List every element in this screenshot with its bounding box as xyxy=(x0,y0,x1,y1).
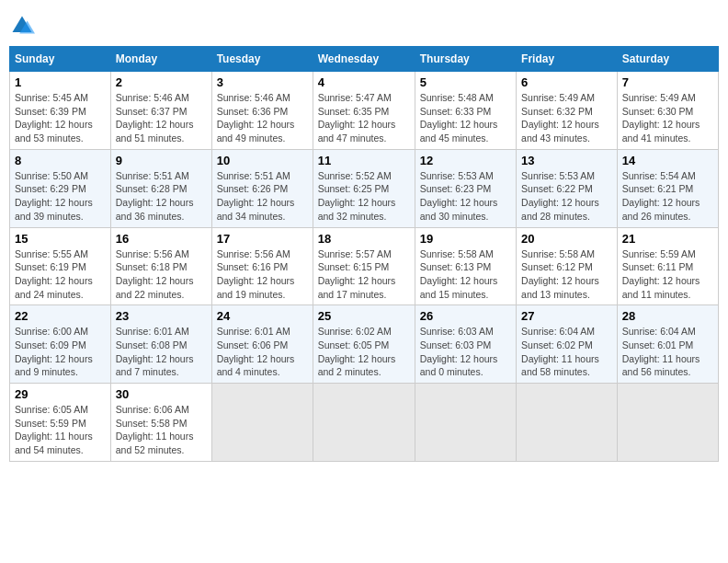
day-info: Sunrise: 5:46 AMSunset: 6:36 PMDaylight:… xyxy=(217,91,308,145)
calendar-day-cell: 12 Sunrise: 5:53 AMSunset: 6:23 PMDaylig… xyxy=(415,149,516,227)
day-info: Sunrise: 5:53 AMSunset: 6:23 PMDaylight:… xyxy=(420,169,511,224)
day-info: Sunrise: 6:04 AMSunset: 6:02 PMDaylight:… xyxy=(521,325,612,379)
day-number: 6 xyxy=(521,75,612,89)
day-info: Sunrise: 5:58 AMSunset: 6:13 PMDaylight:… xyxy=(420,247,511,302)
calendar-day-cell: 29 Sunrise: 6:05 AMSunset: 5:59 PMDaylig… xyxy=(10,384,111,462)
day-number: 24 xyxy=(217,309,308,323)
day-number: 10 xyxy=(217,154,308,167)
calendar-day-cell: 20 Sunrise: 5:58 AMSunset: 6:12 PMDaylig… xyxy=(517,227,618,305)
calendar-day-cell: 22 Sunrise: 6:00 AMSunset: 6:09 PMDaylig… xyxy=(10,305,111,384)
calendar-day-cell: 17 Sunrise: 5:56 AMSunset: 6:16 PMDaylig… xyxy=(211,227,313,305)
day-info: Sunrise: 6:02 AMSunset: 6:05 PMDaylight:… xyxy=(318,325,410,379)
calendar-day-cell xyxy=(517,384,618,462)
day-number: 8 xyxy=(15,154,106,167)
day-info: Sunrise: 5:56 AMSunset: 6:18 PMDaylight:… xyxy=(116,247,207,302)
day-number: 11 xyxy=(318,154,410,167)
weekday-header-cell: Friday xyxy=(517,47,618,72)
calendar-week-row: 1 Sunrise: 5:45 AMSunset: 6:39 PMDayligh… xyxy=(10,72,719,150)
day-number: 4 xyxy=(318,75,410,89)
day-info: Sunrise: 5:47 AMSunset: 6:35 PMDaylight:… xyxy=(318,91,410,145)
calendar-day-cell: 5 Sunrise: 5:48 AMSunset: 6:33 PMDayligh… xyxy=(415,72,516,150)
day-info: Sunrise: 5:51 AMSunset: 6:26 PMDaylight:… xyxy=(217,169,308,224)
calendar-day-cell: 16 Sunrise: 5:56 AMSunset: 6:18 PMDaylig… xyxy=(110,227,211,305)
calendar-day-cell: 25 Sunrise: 6:02 AMSunset: 6:05 PMDaylig… xyxy=(313,305,415,384)
day-number: 21 xyxy=(622,232,713,246)
calendar-table: SundayMondayTuesdayWednesdayThursdayFrid… xyxy=(9,46,719,462)
calendar-day-cell: 19 Sunrise: 5:58 AMSunset: 6:13 PMDaylig… xyxy=(415,227,516,305)
logo xyxy=(9,13,38,39)
day-number: 25 xyxy=(318,309,410,323)
day-number: 17 xyxy=(217,232,308,246)
calendar-week-row: 15 Sunrise: 5:55 AMSunset: 6:19 PMDaylig… xyxy=(10,227,719,305)
calendar-day-cell: 21 Sunrise: 5:59 AMSunset: 6:11 PMDaylig… xyxy=(617,227,718,305)
day-info: Sunrise: 5:57 AMSunset: 6:15 PMDaylight:… xyxy=(318,247,410,302)
day-info: Sunrise: 5:50 AMSunset: 6:29 PMDaylight:… xyxy=(15,169,106,224)
calendar-day-cell: 26 Sunrise: 6:03 AMSunset: 6:03 PMDaylig… xyxy=(415,305,516,384)
calendar-day-cell: 10 Sunrise: 5:51 AMSunset: 6:26 PMDaylig… xyxy=(211,149,313,227)
day-info: Sunrise: 5:45 AMSunset: 6:39 PMDaylight:… xyxy=(15,91,106,145)
day-number: 5 xyxy=(420,75,511,89)
day-info: Sunrise: 5:49 AMSunset: 6:30 PMDaylight:… xyxy=(622,91,713,145)
day-number: 22 xyxy=(15,309,106,323)
calendar-day-cell xyxy=(617,384,718,462)
weekday-header-cell: Sunday xyxy=(10,47,111,72)
day-info: Sunrise: 5:54 AMSunset: 6:21 PMDaylight:… xyxy=(622,169,713,224)
day-number: 13 xyxy=(521,154,612,167)
calendar-day-cell: 2 Sunrise: 5:46 AMSunset: 6:37 PMDayligh… xyxy=(110,72,211,150)
header xyxy=(9,9,719,39)
calendar-day-cell: 24 Sunrise: 6:01 AMSunset: 6:06 PMDaylig… xyxy=(211,305,313,384)
calendar-day-cell: 28 Sunrise: 6:04 AMSunset: 6:01 PMDaylig… xyxy=(617,305,718,384)
calendar-day-cell: 8 Sunrise: 5:50 AMSunset: 6:29 PMDayligh… xyxy=(10,149,111,227)
calendar-day-cell: 7 Sunrise: 5:49 AMSunset: 6:30 PMDayligh… xyxy=(617,72,718,150)
calendar-week-row: 22 Sunrise: 6:00 AMSunset: 6:09 PMDaylig… xyxy=(10,305,719,384)
calendar-day-cell: 30 Sunrise: 6:06 AMSunset: 5:58 PMDaylig… xyxy=(110,384,211,462)
weekday-header-row: SundayMondayTuesdayWednesdayThursdayFrid… xyxy=(10,47,719,72)
day-info: Sunrise: 5:51 AMSunset: 6:28 PMDaylight:… xyxy=(116,169,207,224)
day-number: 30 xyxy=(116,387,207,401)
logo-icon xyxy=(9,13,35,39)
day-number: 9 xyxy=(116,154,207,167)
day-info: Sunrise: 6:03 AMSunset: 6:03 PMDaylight:… xyxy=(420,325,511,379)
calendar-week-row: 8 Sunrise: 5:50 AMSunset: 6:29 PMDayligh… xyxy=(10,149,719,227)
weekday-header-cell: Thursday xyxy=(415,47,516,72)
weekday-header-cell: Saturday xyxy=(617,47,718,72)
day-number: 19 xyxy=(420,232,511,246)
day-number: 27 xyxy=(521,309,612,323)
calendar-day-cell: 6 Sunrise: 5:49 AMSunset: 6:32 PMDayligh… xyxy=(517,72,618,150)
day-number: 12 xyxy=(420,154,511,167)
calendar-week-row: 29 Sunrise: 6:05 AMSunset: 5:59 PMDaylig… xyxy=(10,384,719,462)
day-number: 3 xyxy=(217,75,308,89)
calendar-body: 1 Sunrise: 5:45 AMSunset: 6:39 PMDayligh… xyxy=(10,72,719,462)
day-number: 28 xyxy=(622,309,713,323)
calendar-day-cell: 15 Sunrise: 5:55 AMSunset: 6:19 PMDaylig… xyxy=(10,227,111,305)
day-number: 7 xyxy=(622,75,713,89)
calendar-day-cell xyxy=(313,384,415,462)
day-info: Sunrise: 5:56 AMSunset: 6:16 PMDaylight:… xyxy=(217,247,308,302)
day-info: Sunrise: 5:59 AMSunset: 6:11 PMDaylight:… xyxy=(622,247,713,302)
calendar-day-cell: 4 Sunrise: 5:47 AMSunset: 6:35 PMDayligh… xyxy=(313,72,415,150)
day-info: Sunrise: 6:00 AMSunset: 6:09 PMDaylight:… xyxy=(15,325,106,379)
day-info: Sunrise: 6:06 AMSunset: 5:58 PMDaylight:… xyxy=(116,403,207,457)
day-number: 1 xyxy=(15,75,106,89)
day-info: Sunrise: 5:46 AMSunset: 6:37 PMDaylight:… xyxy=(116,91,207,145)
day-info: Sunrise: 5:49 AMSunset: 6:32 PMDaylight:… xyxy=(521,91,612,145)
calendar-day-cell: 3 Sunrise: 5:46 AMSunset: 6:36 PMDayligh… xyxy=(211,72,313,150)
day-number: 18 xyxy=(318,232,410,246)
weekday-header-cell: Monday xyxy=(110,47,211,72)
calendar-day-cell: 18 Sunrise: 5:57 AMSunset: 6:15 PMDaylig… xyxy=(313,227,415,305)
calendar-day-cell xyxy=(415,384,516,462)
day-info: Sunrise: 5:53 AMSunset: 6:22 PMDaylight:… xyxy=(521,169,612,224)
day-info: Sunrise: 5:55 AMSunset: 6:19 PMDaylight:… xyxy=(15,247,106,302)
calendar-day-cell: 13 Sunrise: 5:53 AMSunset: 6:22 PMDaylig… xyxy=(517,149,618,227)
weekday-header-cell: Tuesday xyxy=(211,47,313,72)
calendar-day-cell: 23 Sunrise: 6:01 AMSunset: 6:08 PMDaylig… xyxy=(110,305,211,384)
day-info: Sunrise: 5:58 AMSunset: 6:12 PMDaylight:… xyxy=(521,247,612,302)
day-number: 15 xyxy=(15,232,106,246)
calendar-day-cell: 1 Sunrise: 5:45 AMSunset: 6:39 PMDayligh… xyxy=(10,72,111,150)
day-info: Sunrise: 6:01 AMSunset: 6:08 PMDaylight:… xyxy=(116,325,207,379)
day-info: Sunrise: 6:04 AMSunset: 6:01 PMDaylight:… xyxy=(622,325,713,379)
calendar-day-cell: 14 Sunrise: 5:54 AMSunset: 6:21 PMDaylig… xyxy=(617,149,718,227)
day-info: Sunrise: 6:01 AMSunset: 6:06 PMDaylight:… xyxy=(217,325,308,379)
day-number: 20 xyxy=(521,232,612,246)
day-number: 2 xyxy=(116,75,207,89)
